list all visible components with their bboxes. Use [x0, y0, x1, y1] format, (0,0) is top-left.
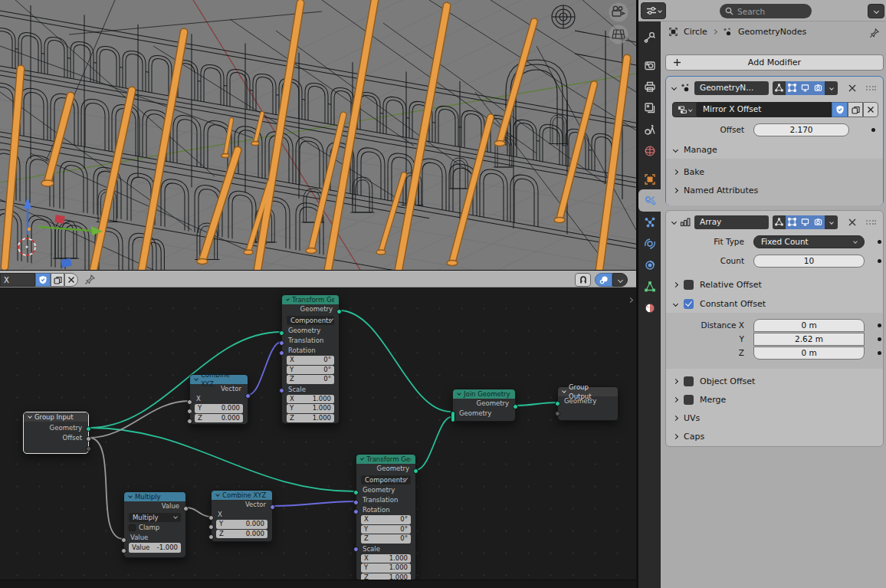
merge-section[interactable]: Merge [674, 393, 726, 406]
object-offset-checkbox[interactable] [684, 376, 694, 386]
tab-constraints[interactable] [638, 254, 661, 276]
socket-value2-in[interactable] [121, 548, 126, 554]
node-group-input[interactable]: Group Input Geometry Offset [23, 412, 89, 454]
node-group-name-field[interactable]: X Offset [0, 273, 35, 287]
tab-render[interactable] [638, 54, 661, 76]
snap-target-button[interactable] [595, 273, 612, 287]
socket-geometry-in[interactable] [555, 401, 560, 406]
socket-z-in[interactable] [187, 419, 192, 424]
caps-section[interactable]: Caps [674, 430, 704, 442]
pin-icon[interactable] [84, 274, 96, 285]
3d-viewport[interactable] [0, 0, 636, 270]
animate-dot[interactable] [878, 351, 881, 355]
manage-section-header[interactable]: Manage [674, 143, 717, 156]
toggle-realtime-display[interactable] [799, 215, 812, 229]
fake-user-shield-button[interactable] [35, 273, 51, 287]
tab-world[interactable] [638, 140, 661, 162]
socket-y-in[interactable] [187, 409, 192, 414]
animate-dot[interactable] [878, 337, 881, 341]
snap-dropdown-button[interactable] [612, 273, 628, 287]
socket-rotation-in[interactable] [353, 509, 359, 514]
socket-translation-in[interactable] [353, 500, 359, 505]
scale-y-field[interactable]: Y1.000 [361, 563, 411, 573]
relative-offset-section[interactable]: Relative Offset [674, 278, 762, 291]
modifier-name-field[interactable]: Array [694, 215, 769, 229]
tab-scene[interactable] [638, 118, 661, 140]
breadcrumb-object[interactable]: Circle [684, 27, 707, 37]
merge-checkbox[interactable] [684, 395, 694, 405]
socket-x-in[interactable] [208, 515, 214, 521]
value-field[interactable]: Value-1.000 [129, 543, 181, 553]
add-modifier-button[interactable]: Add Modifier [665, 54, 884, 71]
components-dropdown[interactable]: Components [361, 475, 411, 485]
tab-data[interactable] [638, 275, 661, 297]
node-multiply[interactable]: Multiply Value Multiply Clamp Value Valu… [123, 491, 186, 558]
ortho-grid-button[interactable] [609, 25, 628, 44]
node-transform-geometry-bottom[interactable]: Transform Geom... Geometry Components Ge… [356, 454, 416, 581]
socket-value-in[interactable] [121, 537, 126, 543]
snap-magnet-button[interactable] [575, 273, 591, 287]
modifier-extras-dropdown[interactable] [825, 81, 838, 95]
tab-particles[interactable] [638, 211, 661, 233]
drag-handle-icon[interactable] [865, 219, 876, 225]
named-attributes-section-header[interactable]: Named Attributes [674, 184, 758, 196]
node-group-name[interactable]: Mirror X Offset [697, 102, 832, 117]
tab-material[interactable] [638, 297, 661, 319]
socket-scale-in[interactable] [279, 388, 284, 393]
relative-offset-checkbox[interactable] [684, 280, 694, 290]
pin-icon[interactable] [869, 28, 880, 38]
tab-view-layer[interactable] [638, 97, 661, 119]
camera-gizmo-button[interactable] [609, 3, 628, 22]
socket-geometry-multi-in[interactable] [451, 411, 455, 422]
constant-offset-checkbox[interactable] [684, 299, 694, 309]
socket-geometry-out[interactable] [86, 426, 91, 432]
object-offset-section[interactable]: Object Offset [674, 375, 755, 387]
rotation-y-field[interactable]: Y0° [361, 525, 411, 534]
tab-object[interactable] [638, 168, 661, 190]
animate-dot[interactable] [878, 324, 881, 327]
socket-geometry-in[interactable] [353, 490, 359, 495]
socket-x-in[interactable] [187, 399, 192, 405]
modifier-extras-dropdown[interactable] [825, 215, 838, 229]
drag-handle-icon[interactable] [865, 85, 876, 91]
z-field[interactable]: Z0.000 [216, 530, 267, 539]
animate-dot[interactable] [871, 128, 875, 132]
toggle-edit-mode-display[interactable] [773, 215, 786, 229]
socket-extend[interactable] [555, 411, 560, 416]
node-combine-xyz-bottom[interactable]: Combine XYZ Vector X Y0.000 Z0.000 [211, 490, 273, 542]
unlink-node-group-button[interactable] [64, 273, 78, 287]
count-field[interactable]: 10 [753, 255, 865, 268]
browse-node-group-button[interactable] [672, 102, 697, 117]
socket-offset-out[interactable] [86, 436, 91, 442]
rotation-x-field[interactable]: X0° [361, 515, 411, 524]
fake-user-shield-button[interactable] [832, 102, 848, 117]
uvs-section[interactable]: UVs [674, 412, 700, 424]
search-input[interactable]: Search [720, 4, 812, 18]
editor-type-button[interactable] [641, 2, 666, 19]
rotation-z-field[interactable]: Z0° [287, 375, 334, 384]
tab-physics[interactable] [638, 232, 661, 255]
socket-extend[interactable] [86, 446, 91, 452]
distance-z-field[interactable]: 0 m [753, 347, 865, 360]
collapse-chevron-icon[interactable] [671, 85, 677, 90]
node-combine-xyz-top[interactable]: Combine XYZ Vector X Y0.000 Z0.000 [189, 374, 248, 425]
properties-options-button[interactable] [868, 4, 884, 18]
unlink-button[interactable] [863, 102, 878, 117]
socket-geometry-out[interactable] [413, 468, 418, 474]
node-transform-geometry-top[interactable]: Transform Geome... Geometry Components G… [281, 294, 340, 424]
socket-scale-in[interactable] [353, 547, 359, 552]
tab-modifiers[interactable] [638, 189, 661, 212]
offset-value-field[interactable]: 2.170 [753, 123, 849, 136]
bake-section-header[interactable]: Bake [674, 166, 704, 178]
toggle-edit-mode-display[interactable] [773, 81, 786, 95]
socket-z-in[interactable] [208, 534, 214, 540]
socket-geometry-out[interactable] [336, 309, 342, 314]
fit-type-dropdown[interactable]: Fixed Count [753, 235, 865, 248]
socket-geometry-out[interactable] [513, 404, 518, 409]
socket-vector-out[interactable] [245, 393, 251, 399]
copy-node-group-button[interactable] [51, 273, 64, 287]
distance-y-field[interactable]: 2.62 m [753, 333, 865, 346]
socket-translation-in[interactable] [279, 340, 284, 346]
toggle-realtime-display[interactable] [799, 81, 812, 95]
toggle-cage-editmode[interactable] [786, 215, 799, 229]
